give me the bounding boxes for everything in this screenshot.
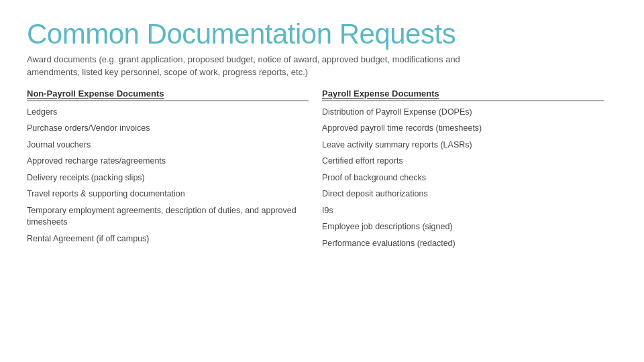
list-item: I9s [322,205,604,217]
page-subtitle: Award documents (e.g. grant application,… [27,54,496,79]
page-title: Common Documentation Requests [27,19,617,50]
list-item: Ledgers [27,107,309,119]
list-item: Delivery receipts (packing slips) [27,172,309,184]
list-item: Proof of background checks [322,172,604,184]
page: Common Documentation Requests Award docu… [0,0,644,362]
list-item: Approved payroll time records (timesheet… [322,123,604,135]
list-item: Purchase orders/Vendor invoices [27,123,309,135]
list-item: Employee job descriptions (signed) [322,221,604,233]
list-item: Direct deposit authorizations [322,188,604,200]
payroll-header: Payroll Expense Documents [322,88,604,101]
payroll-column: Payroll Expense Documents Distribution o… [322,88,617,255]
non-payroll-column: Non-Payroll Expense Documents Ledgers Pu… [27,88,322,255]
list-item: Leave activity summary reports (LASRs) [322,139,604,152]
list-item: Rental Agreement (if off campus) [27,233,309,245]
list-item: Travel reports & supporting documentatio… [27,188,309,200]
list-item: Performance evaluations (redacted) [322,238,604,250]
list-item: Journal vouchers [27,139,309,152]
list-item: Temporary employment agreements, descrip… [27,205,309,229]
list-item: Distribution of Payroll Expense (DOPEs) [322,107,604,119]
non-payroll-header: Non-Payroll Expense Documents [27,88,309,101]
columns-container: Non-Payroll Expense Documents Ledgers Pu… [27,88,617,255]
list-item: Certified effort reports [322,156,604,168]
list-item: Approved recharge rates/agreements [27,156,309,168]
